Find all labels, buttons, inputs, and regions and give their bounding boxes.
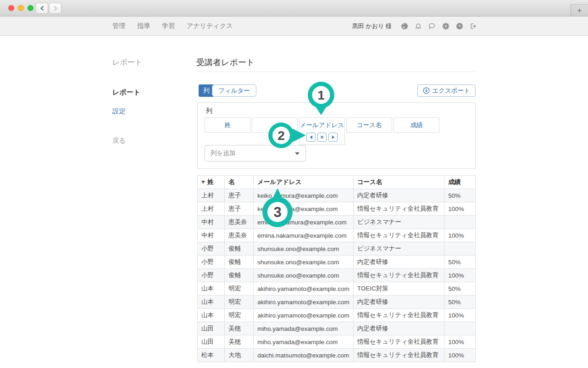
sidebar-item-settings[interactable]: 設定 bbox=[112, 107, 126, 116]
sidebar-item-report[interactable]: レポート bbox=[112, 88, 140, 97]
chip-label: 成績 bbox=[394, 118, 439, 132]
export-button[interactable]: エクスポート bbox=[417, 84, 476, 97]
table-cell: shunsuke.ono@example.com bbox=[254, 256, 354, 269]
table-cell: 明宏 bbox=[225, 296, 254, 309]
header-grade[interactable]: 成績 bbox=[444, 176, 476, 189]
table-cell: 俊輔 bbox=[225, 242, 254, 256]
chevron-down-icon bbox=[295, 152, 300, 155]
browser-forward-button[interactable] bbox=[49, 3, 61, 14]
table-cell: 内定者研修 bbox=[353, 189, 444, 202]
remove-column-button[interactable]: × bbox=[317, 133, 327, 142]
column-chip-sei[interactable]: 姓 bbox=[205, 117, 250, 133]
toolbar: 列 フィルター エクスポート bbox=[196, 84, 476, 97]
table-cell: 小野 bbox=[198, 242, 225, 256]
table-cell: 山田 bbox=[198, 335, 225, 349]
sidebar-section-label: レポート bbox=[112, 58, 142, 67]
table-header-row: 姓 名 メールアドレス コース名 成績 bbox=[198, 176, 476, 189]
nav-item-shidou[interactable]: 指導 bbox=[137, 22, 150, 30]
table-cell: 俊輔 bbox=[225, 256, 254, 269]
table-cell: 小野 bbox=[198, 256, 225, 269]
table-cell: 恵美奈 bbox=[225, 216, 254, 229]
table-cell: 情報セキュリティ全社員教育 bbox=[353, 335, 444, 349]
minimize-window-button[interactable] bbox=[18, 5, 24, 11]
header-mei[interactable]: 名 bbox=[225, 176, 254, 189]
table-row[interactable]: 中村恵美奈emina.nakamura@example.comビジネスマナー bbox=[198, 216, 476, 229]
table-cell: 恵子 bbox=[225, 189, 254, 202]
table-row[interactable]: 小野俊輔shunsuke.ono@example.com情報セキュリティ全社員教… bbox=[198, 269, 476, 282]
remove-icon: × bbox=[320, 134, 323, 140]
filter-tab-button[interactable]: フィルター bbox=[212, 84, 256, 97]
table-cell: 100% bbox=[444, 335, 476, 349]
browser-back-button[interactable] bbox=[36, 3, 48, 14]
table-cell: 上村 bbox=[198, 202, 225, 216]
table-cell: 山本 bbox=[198, 282, 225, 296]
callout-pin-3: 3 bbox=[261, 187, 294, 230]
table-cell: 50% bbox=[444, 296, 476, 309]
table-cell bbox=[444, 322, 476, 335]
chevron-right-icon bbox=[53, 6, 58, 11]
table-cell: shunsuke.ono@example.com bbox=[254, 269, 354, 282]
table-cell: 100% bbox=[444, 229, 476, 242]
page-title: 受講者レポート bbox=[196, 57, 255, 68]
table-row[interactable]: 松本大地daichi.matsumoto@example.com情報セキュリティ… bbox=[198, 349, 476, 362]
table-cell: 情報セキュリティ全社員教育 bbox=[353, 269, 444, 282]
close-window-button[interactable] bbox=[8, 5, 14, 11]
table-row[interactable]: 上村恵子keiko.uemura@example.com内定者研修50% bbox=[198, 189, 476, 202]
table-cell: TOEIC対策 bbox=[353, 282, 444, 296]
table-cell: 中村 bbox=[198, 229, 225, 242]
move-column-right-button[interactable] bbox=[328, 133, 338, 142]
table-cell: daichi.matsumoto@example.com bbox=[254, 349, 354, 362]
title-divider bbox=[196, 72, 476, 72]
header-course[interactable]: コース名 bbox=[353, 176, 444, 189]
table-cell: 明宏 bbox=[225, 309, 254, 322]
table-cell: 美穂 bbox=[225, 335, 254, 349]
table-row[interactable]: 小野俊輔shunsuke.ono@example.com内定者研修50% bbox=[198, 256, 476, 269]
column-chip-course[interactable]: コース名 bbox=[346, 117, 392, 133]
table-row[interactable]: 山本明宏akihiro.yamamoto@example.com情報セキュリティ… bbox=[198, 309, 476, 322]
table-cell: 内定者研修 bbox=[353, 322, 444, 335]
student-report-table: 姓 名 メールアドレス コース名 成績 上村恵子keiko.uemura@exa… bbox=[197, 175, 476, 362]
table-row[interactable]: 中村恵美奈emina.nakamura@example.com情報セキュリティ全… bbox=[198, 229, 476, 242]
table-row[interactable]: 山田美穂miho.yamada@example.com情報セキュリティ全社員教育… bbox=[198, 335, 476, 349]
table-cell: 50% bbox=[444, 189, 476, 202]
columns-panel-label: 列 bbox=[206, 107, 212, 115]
table-cell: akihiro.yamamoto@example.com bbox=[254, 309, 354, 322]
chevron-left-icon bbox=[40, 6, 44, 11]
chip-label: 姓 bbox=[205, 118, 250, 132]
table-cell bbox=[444, 216, 476, 229]
nav-item-kanri[interactable]: 管理 bbox=[112, 22, 125, 30]
callout-pin-2: 2 bbox=[268, 122, 307, 151]
table-cell: 50% bbox=[444, 256, 476, 269]
table-row[interactable]: 小野俊輔shunsuke.ono@example.comビジネスマナー bbox=[198, 242, 476, 256]
table-cell: 大地 bbox=[225, 349, 254, 362]
table-cell: ビジネスマナー bbox=[353, 242, 444, 256]
column-chip-grade[interactable]: 成績 bbox=[394, 117, 439, 133]
left-triangle-icon bbox=[310, 135, 312, 139]
main-content: 受講者レポート 列 フィルター エクスポート 列 姓 メールアドレス × bbox=[196, 0, 476, 368]
table-row[interactable]: 山本明宏akihiro.yamamoto@example.comTOEIC対策5… bbox=[198, 282, 476, 296]
table-cell: 情報セキュリティ全社員教育 bbox=[353, 202, 444, 216]
header-sei[interactable]: 姓 bbox=[198, 176, 225, 189]
table-cell: 内定者研修 bbox=[353, 256, 444, 269]
table-row[interactable]: 上村恵子keiko.uemura@example.com情報セキュリティ全社員教… bbox=[198, 202, 476, 216]
zoom-window-button[interactable] bbox=[28, 5, 33, 11]
table-cell: shunsuke.ono@example.com bbox=[254, 242, 354, 256]
table-cell: 100% bbox=[444, 269, 476, 282]
sort-desc-icon bbox=[201, 181, 205, 184]
table-cell: 50% bbox=[444, 282, 476, 296]
svg-text:1: 1 bbox=[317, 88, 325, 102]
new-tab-button[interactable]: + bbox=[571, 4, 588, 16]
table-cell: 内定者研修 bbox=[353, 296, 444, 309]
table-cell: miho.yamada@example.com bbox=[254, 335, 354, 349]
table-cell bbox=[444, 242, 476, 256]
table-row[interactable]: 山田美穂miho.yamada@example.com内定者研修 bbox=[198, 322, 476, 335]
table-cell: 情報セキュリティ全社員教育 bbox=[353, 309, 444, 322]
table-cell: 100% bbox=[444, 309, 476, 322]
table-cell: 山本 bbox=[198, 309, 225, 322]
move-column-left-button[interactable] bbox=[306, 133, 316, 142]
table-row[interactable]: 山本明宏akihiro.yamamoto@example.com内定者研修50% bbox=[198, 296, 476, 309]
sidebar-item-back[interactable]: 戻る bbox=[112, 136, 126, 145]
nav-item-gakushu[interactable]: 学習 bbox=[162, 22, 175, 30]
table-cell: 上村 bbox=[198, 189, 225, 202]
right-triangle-icon bbox=[332, 135, 334, 139]
